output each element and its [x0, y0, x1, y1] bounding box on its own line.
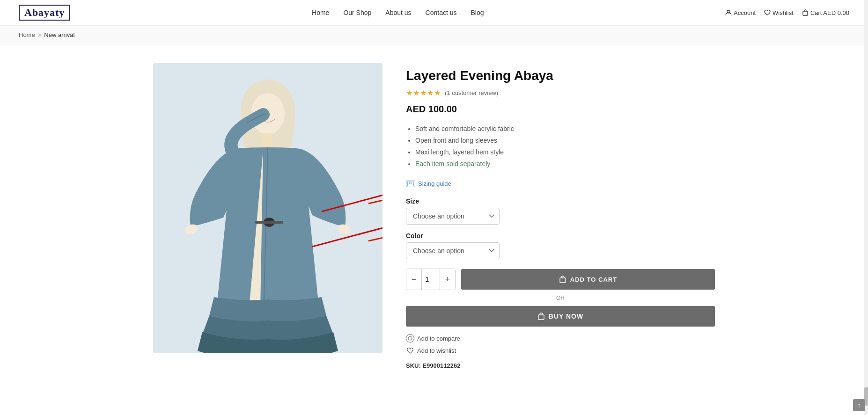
size-label: Size — [406, 197, 715, 205]
breadcrumb-current: New arrival — [44, 31, 74, 38]
breadcrumb-home[interactable]: Home — [19, 31, 35, 38]
product-details: Layered Evening Abaya ★★★★★ (1 customer … — [406, 63, 715, 369]
quantity-input[interactable] — [421, 269, 440, 290]
feature-1: Soft and comfortable acrylic fabric — [415, 123, 715, 135]
product-title: Layered Evening Abaya — [406, 68, 715, 84]
svg-rect-20 — [560, 278, 566, 283]
svg-rect-6 — [263, 133, 272, 147]
add-to-cart-label: ADD TO CART — [570, 276, 617, 283]
wishlist-heart-icon — [406, 346, 414, 355]
quantity-decrease-button[interactable]: − — [406, 269, 421, 290]
cart-link[interactable]: Cart AED 0.00 — [802, 9, 849, 16]
feature-3: Maxi length, layered hem style — [415, 146, 715, 158]
sizing-guide-link[interactable]: Sizing guide — [406, 180, 715, 187]
scrollbar-thumb[interactable] — [864, 387, 868, 388]
nav-contact-us[interactable]: Contact us — [426, 9, 457, 16]
product-image — [153, 63, 383, 353]
cart-icon — [802, 9, 809, 16]
product-illustration — [153, 63, 383, 353]
product-image-wrapper — [153, 63, 383, 369]
wishlist-link[interactable]: Wishlist — [764, 9, 794, 16]
wishlist-action[interactable]: Add to wishlist — [406, 346, 715, 355]
size-option-group: Size Choose an option XS S M L XL XXL — [406, 197, 715, 225]
svg-rect-21 — [538, 315, 544, 320]
breadcrumb-separator: > — [38, 31, 42, 38]
svg-rect-10 — [255, 221, 283, 224]
account-link[interactable]: Account — [725, 9, 756, 16]
sizing-icon — [406, 181, 415, 187]
feature-4: Each item sold separately — [415, 158, 715, 170]
account-icon — [725, 9, 732, 16]
bag-icon — [559, 276, 566, 283]
secondary-actions: Add to compare Add to wishlist — [406, 334, 715, 355]
wishlist-label: Add to wishlist — [417, 347, 456, 354]
svg-point-22 — [408, 336, 412, 340]
cart-row: − + ADD TO CART — [406, 269, 715, 290]
nav-blog[interactable]: Blog — [471, 9, 484, 16]
nav-about-us[interactable]: About us — [385, 9, 411, 16]
quantity-control: − + — [406, 269, 456, 290]
main-nav: Home Our Shop About us Contact us Blog — [312, 9, 484, 16]
sku-label: SKU: — [406, 362, 421, 369]
buy-now-label: BUY NOW — [549, 313, 583, 320]
nav-home[interactable]: Home — [312, 9, 329, 16]
color-label: Color — [406, 232, 715, 240]
breadcrumb: Home > New arrival — [0, 26, 868, 44]
color-select[interactable]: Choose an option Blue Black Grey Navy — [406, 242, 500, 259]
buy-bag-icon — [537, 313, 545, 320]
sizing-guide-label: Sizing guide — [418, 180, 451, 187]
sku-value: E9900112262 — [422, 362, 460, 369]
heart-icon — [764, 9, 771, 16]
feature-2: Open front and long sleeves — [415, 135, 715, 146]
product-price: AED 100.00 — [406, 104, 715, 115]
or-divider: OR — [406, 295, 715, 301]
header-right: Account Wishlist Cart AED 0.00 — [725, 9, 849, 16]
svg-rect-1 — [803, 11, 808, 15]
compare-label: Add to compare — [417, 335, 460, 342]
svg-rect-17 — [407, 182, 414, 186]
color-option-group: Color Choose an option Blue Black Grey N… — [406, 232, 715, 259]
product-page: Layered Evening Abaya ★★★★★ (1 customer … — [106, 44, 762, 388]
product-features: Soft and comfortable acrylic fabric Open… — [406, 123, 715, 170]
scrollbar-track — [864, 0, 868, 388]
compare-icon — [406, 334, 414, 342]
quantity-increase-button[interactable]: + — [440, 269, 455, 290]
nav-our-shop[interactable]: Our Shop — [343, 9, 371, 16]
size-select[interactable]: Choose an option XS S M L XL XXL — [406, 208, 500, 225]
compare-action[interactable]: Add to compare — [406, 334, 715, 342]
star-rating: ★★★★★ — [406, 88, 441, 97]
rating-row: ★★★★★ (1 customer review) — [406, 88, 715, 97]
buy-now-button[interactable]: BUY NOW — [406, 306, 715, 327]
review-count[interactable]: (1 customer review) — [445, 89, 498, 96]
add-to-cart-button[interactable]: ADD TO CART — [461, 269, 715, 290]
sku-row: SKU: E9900112262 — [406, 362, 715, 369]
header: Abayaty Home Our Shop About us Contact u… — [0, 0, 868, 26]
logo: Abayaty — [19, 5, 70, 21]
